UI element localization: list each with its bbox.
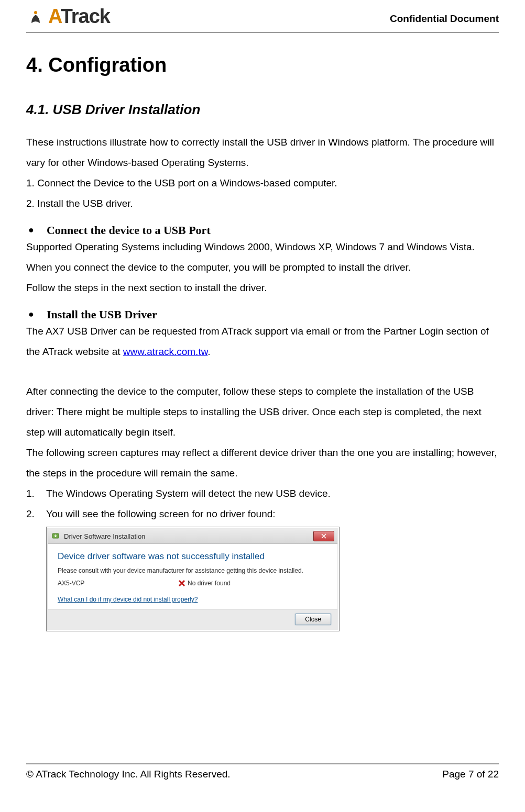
dialog-title: Driver Software Installation	[64, 532, 145, 540]
bullet-2-paragraph-3: The following screen captures may reflec…	[26, 443, 499, 484]
close-button[interactable]: Close	[295, 614, 331, 625]
bullet-2-paragraph-2: After connecting the device to the compu…	[26, 382, 499, 443]
step-row-1: 1. The Windows Operating System will det…	[26, 484, 499, 504]
dialog-device-name: AX5-VCP	[58, 580, 178, 587]
dialog-status-text: No driver found	[188, 580, 231, 587]
logo-letter-a: A	[48, 5, 61, 27]
page-header: ATrack Confidential Document	[26, 0, 499, 33]
bullet-1-paragraph-1: Supported Operating Systems including Wi…	[26, 237, 499, 278]
dialog-device-row: AX5-VCP No driver found	[58, 580, 328, 587]
confidential-label: Confidential Document	[390, 13, 499, 28]
logo-text-rest: Track	[61, 5, 110, 27]
step-text-2: You will see the following screen for no…	[46, 504, 276, 525]
intro-step-1: 1. Connect the Device to the USB port on…	[26, 173, 499, 194]
bullet-heading-connect: Connect the device to a USB Port	[26, 224, 499, 237]
close-icon	[321, 533, 326, 539]
logo-icon	[26, 7, 45, 26]
bullet-2-text-before: The AX7 USB Driver can be requested from…	[26, 326, 489, 357]
installer-icon	[51, 532, 60, 540]
dialog-heading: Device driver software was not successfu…	[58, 551, 328, 562]
heading-2: 4.1. USB Driver Installation	[26, 102, 499, 118]
dialog-body: Device driver software was not successfu…	[48, 544, 337, 609]
dialog-close-x-button[interactable]	[313, 531, 334, 541]
logo: ATrack	[26, 5, 110, 28]
numbered-steps: 1. The Windows Operating System will det…	[26, 484, 499, 525]
svg-point-0	[34, 11, 37, 14]
page-footer: © ATrack Technology Inc. All Rights Rese…	[26, 763, 499, 780]
dialog-footer: Close	[48, 609, 337, 629]
logo-text: ATrack	[48, 5, 110, 28]
intro-step-2: 2. Install the USB driver.	[26, 194, 499, 214]
step-number-1: 1.	[26, 484, 46, 504]
heading-1: 4. Configration	[26, 54, 499, 76]
error-x-icon	[178, 580, 185, 587]
step-number-2: 2.	[26, 504, 46, 525]
bullet-1-paragraph-2: Follow the steps in the next section to …	[26, 278, 499, 298]
dialog-subtext: Please consult with your device manufact…	[58, 567, 328, 574]
intro-paragraph: These instructions illustrate how to cor…	[26, 132, 499, 173]
dialog-titlebar: Driver Software Installation	[48, 529, 337, 544]
bullet-2-text-after: .	[207, 346, 210, 357]
atrack-website-link[interactable]: www.atrack.com.tw	[123, 346, 208, 357]
bullet-2-paragraph-1: The AX7 USB Driver can be requested from…	[26, 321, 499, 362]
footer-copyright: © ATrack Technology Inc. All Rights Rese…	[26, 769, 231, 780]
bullet-heading-install: Install the USB Driver	[26, 308, 499, 321]
driver-installation-screenshot: Driver Software Installation Device driv…	[46, 527, 340, 631]
footer-page-number: Page 7 of 22	[442, 769, 499, 780]
step-row-2: 2. You will see the following screen for…	[26, 504, 499, 525]
step-text-1: The Windows Operating System will detect…	[46, 484, 331, 504]
dialog-help-link[interactable]: What can I do if my device did not insta…	[58, 596, 198, 603]
